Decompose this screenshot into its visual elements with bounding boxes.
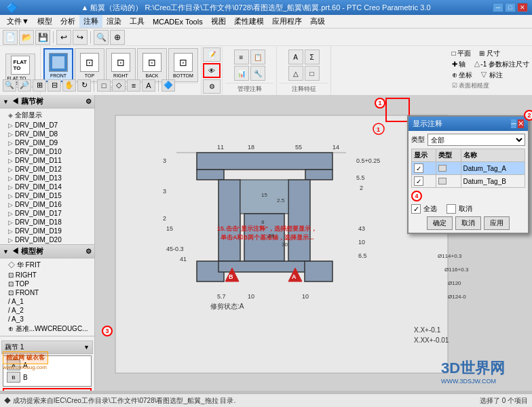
right-btn[interactable]: ⊡ RIGHT <box>106 48 136 82</box>
row2-check[interactable]: ✓ <box>412 175 436 188</box>
model-item-front[interactable]: ⊡ FRONT <box>0 288 94 297</box>
perspective-btn[interactable]: ◇ <box>112 79 126 92</box>
tree-item-d17[interactable]: ▷ DRV_DIM_D17 <box>0 209 94 218</box>
zoom-fit-btn[interactable]: ⊞ <box>33 79 46 92</box>
annotation-settings-btn[interactable]: ⚙ <box>203 79 221 94</box>
top-btn[interactable]: ⊡ TOP <box>75 48 104 82</box>
tb-new[interactable]: 📄 <box>3 30 18 45</box>
back-btn[interactable]: ⊡ BACK <box>137 48 167 82</box>
anno-b-icon[interactable]: B <box>7 372 20 383</box>
ann-feature-btn3[interactable]: △ <box>288 66 303 81</box>
model-item-a3[interactable]: / A_3 <box>0 315 94 324</box>
dialog-type-select[interactable]: 全部 <box>428 134 525 146</box>
minimize-button[interactable]: ─ <box>493 3 504 12</box>
model-item-base[interactable]: ⊕ 基准...WWCREOUGC... <box>0 324 94 334</box>
anno-expand-btn[interactable]: ▼ <box>83 344 90 351</box>
menu-apps[interactable]: 应用程序 <box>268 15 306 28</box>
manage-btn1[interactable]: ≡ <box>234 50 249 64</box>
menu-analysis[interactable]: 分析 <box>56 15 79 28</box>
display-style-btn[interactable]: □ <box>97 79 111 92</box>
menu-advanced[interactable]: 高级 <box>306 15 329 28</box>
tree-item-d13[interactable]: ▷ DRV_DIM_D13 <box>0 174 94 182</box>
manage-btn4[interactable]: 🔧 <box>250 66 265 81</box>
dialog-ok-btn[interactable]: 确定 <box>427 216 453 230</box>
menu-model[interactable]: 模型 <box>33 15 56 28</box>
ann-feature-btn4[interactable]: □ <box>305 66 320 81</box>
dialog-close[interactable]: ✕ <box>518 119 524 128</box>
close-button[interactable]: ✕ <box>517 3 528 12</box>
tree-item-d15[interactable]: ▷ DRV_DIM_D15 <box>0 191 94 200</box>
menu-mcadex[interactable]: MCADEx Tools <box>149 16 207 27</box>
zoom-out-btn[interactable]: 🔎 <box>18 79 31 92</box>
anno-red-highlight: 3 <box>3 388 92 391</box>
bottom-btn[interactable]: ⊡ BOTTOM <box>168 48 198 82</box>
ann-feature-btn1[interactable]: A <box>288 50 303 64</box>
ann-feature-btn2[interactable]: Σ <box>305 50 320 64</box>
svg-text:45-0.3: 45-0.3 <box>166 246 184 252</box>
rotate-btn[interactable]: ↻ <box>77 79 91 92</box>
tree-item-d12[interactable]: ▷ DRV_DIM_D12 <box>0 165 94 174</box>
hidden-lines-btn[interactable]: ≡ <box>127 79 140 92</box>
tree-item-d9[interactable]: ▷ DRV_DIM_D9 <box>0 138 94 147</box>
svg-text:2.5: 2.5 <box>277 197 285 204</box>
model-item-a2[interactable]: / A_2 <box>0 306 94 315</box>
tree-item-d16[interactable]: ▷ DRV_DIM_D16 <box>0 200 94 209</box>
tree-item-all[interactable]: ◈ 全部显示 <box>0 110 94 121</box>
show-annotations-btn[interactable]: 👁 <box>203 63 221 78</box>
zoom-area-btn[interactable]: ⊟ <box>48 79 61 92</box>
checkbox-2[interactable]: ✓ <box>414 176 423 186</box>
dialog-minimize[interactable]: ─ <box>511 119 516 128</box>
svg-text:单击A和B两个基准轴，选择显示...: 单击A和B两个基准轴，选择显示... <box>221 234 314 241</box>
svg-text:3D世界网: 3D世界网 <box>441 360 505 376</box>
tree-item-d14[interactable]: ▷ DRV_DIM_D14 <box>0 182 94 191</box>
model-item-a1[interactable]: / A_1 <box>0 297 94 306</box>
node-tree-header[interactable]: ▼ ◀ 藕节树 ⚙ <box>0 95 94 109</box>
model-tree-header[interactable]: ▼ ◀ 模型树 ⚙ <box>0 245 94 258</box>
model-item-top[interactable]: ⊡ TOP <box>0 279 94 288</box>
tb-open[interactable]: 📂 <box>19 30 34 45</box>
front-btn[interactable]: FRONT <box>43 48 73 82</box>
manage-btn2[interactable]: 📋 <box>250 50 265 64</box>
dialog-row-1[interactable]: ✓ Datum_Tag_A <box>412 162 525 175</box>
checkbox-1[interactable]: ✓ <box>414 163 423 173</box>
manage-btn3[interactable]: 📊 <box>234 66 249 81</box>
view-3d-btn[interactable]: 🔷 <box>162 79 175 92</box>
menu-view[interactable]: 视图 <box>207 15 230 28</box>
tree-item-d10[interactable]: ▷ DRV_DIM_D10 <box>0 147 94 156</box>
maximize-button[interactable]: □ <box>505 3 516 12</box>
back-icon: ⊡ <box>142 53 162 72</box>
tree-item-d7[interactable]: ▷ DRV_DIM_D7 <box>0 121 94 130</box>
svg-text:10: 10 <box>248 293 254 300</box>
dialog-cancel-btn[interactable]: 取消 <box>455 216 481 230</box>
tree-d12-label: DRV_DIM_D12 <box>15 166 62 173</box>
tree-item-d18[interactable]: ▷ DRV_DIM_D18 <box>0 218 94 227</box>
model-tree-settings[interactable]: ⚙ <box>86 248 92 255</box>
row1-check[interactable]: ✓ <box>412 162 436 175</box>
tree-item-d19[interactable]: ▷ DRV_DIM_D19 <box>0 227 94 235</box>
tree-item-d8[interactable]: ▷ DRV_DIM_D8 <box>0 130 94 138</box>
zoom-in-btn[interactable]: 🔍 <box>3 79 16 92</box>
dialog-apply-btn[interactable]: 应用 <box>484 216 510 230</box>
tb-save[interactable]: 💾 <box>35 30 50 45</box>
drawing-area[interactable]: B A 11 18 55 14 0.5+0.25 5.5 2 43 10 6.5… <box>95 95 532 391</box>
model-item-frit[interactable]: ◇ 华 FRIT <box>0 260 94 271</box>
tree-item-d20[interactable]: ▷ DRV_DIM_D20 <box>0 235 94 244</box>
menu-tools[interactable]: 工具 <box>126 15 149 28</box>
select-all-checkbox[interactable]: ✓ <box>411 204 421 214</box>
tb-zoom[interactable]: ⊕ <box>110 30 125 45</box>
dialog-row-2[interactable]: ✓ Datum_Tag_B <box>412 175 525 188</box>
tb-undo[interactable]: ↩ <box>56 30 71 45</box>
annotation-show-btn[interactable]: A <box>142 79 155 92</box>
add-note-btn[interactable]: 📝 <box>203 47 221 62</box>
tree-settings-btn[interactable]: ⚙ <box>86 98 92 105</box>
deselect-checkbox[interactable] <box>446 204 456 214</box>
menu-flexible[interactable]: 柔性建模 <box>230 15 268 28</box>
pan-btn[interactable]: ✋ <box>62 79 76 92</box>
model-item-right[interactable]: ⊡ RIGHT <box>0 271 94 279</box>
tb-redo[interactable]: ↪ <box>73 30 88 45</box>
menu-render[interactable]: 渲染 <box>102 15 126 28</box>
menu-annotation[interactable]: 注释 <box>79 15 102 28</box>
tree-item-d11[interactable]: ▷ DRV_DIM_D11 <box>0 156 94 165</box>
menu-file[interactable]: 文件▼ <box>3 15 33 28</box>
tb-select[interactable]: 🔍 <box>94 30 109 45</box>
